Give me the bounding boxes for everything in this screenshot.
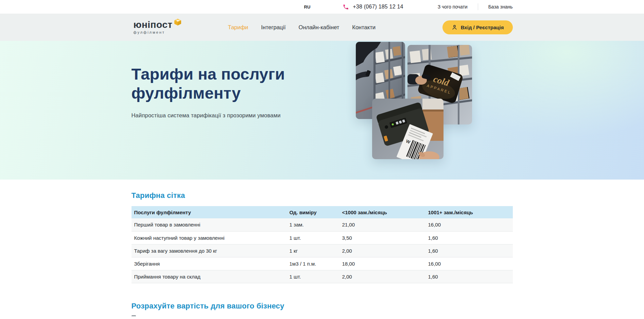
cell-unit: 1 зам. bbox=[287, 218, 340, 231]
column-header-over-1001: 1001+ зам./місяць bbox=[425, 206, 513, 218]
cell-service: Тариф за вагу замовлення до 30 кг bbox=[132, 244, 287, 257]
login-register-label: Вхід / Реєстрація bbox=[461, 24, 504, 30]
cell-unit: 1м3 / 1 п.м. bbox=[287, 257, 340, 270]
cell-service: Приймання товару на склад bbox=[132, 270, 287, 283]
cell-unit: 1 шт. bbox=[287, 231, 340, 244]
logo[interactable]: юніпост фулфілмент bbox=[132, 20, 182, 34]
phone-icon bbox=[343, 4, 349, 10]
phone-group: +38 (067) 185 12 14 bbox=[343, 4, 403, 10]
cell-over-1001: 16,00 bbox=[425, 257, 513, 270]
login-register-button[interactable]: Вхід / Реєстрація bbox=[442, 20, 513, 34]
logo-tagline: фулфілмент bbox=[134, 30, 182, 34]
logo-cube-icon bbox=[174, 18, 182, 26]
column-header-unit: Од. виміру bbox=[287, 206, 340, 218]
nav-item-online-cabinet[interactable]: Онлайн-кабінет bbox=[299, 24, 340, 31]
pricing-table: Послуги фулфілменту Од. виміру <1000 зам… bbox=[132, 206, 513, 283]
cell-unit: 1 шт. bbox=[287, 270, 340, 283]
table-row: Приймання товару на склад 1 шт. 2,00 1,6… bbox=[132, 270, 513, 283]
calculator-heading: Розрахуйте вартість для вашого бізнесу bbox=[132, 302, 513, 310]
main-nav: Тарифи Інтеграції Онлайн-кабінет Контакт… bbox=[228, 24, 376, 31]
table-row: Перший товар в замовленні 1 зам. 21,00 1… bbox=[132, 218, 513, 231]
hero-photo-label-printer: W bbox=[372, 99, 443, 159]
nav-item-integrations[interactable]: Інтеграції bbox=[261, 24, 285, 31]
user-icon bbox=[451, 24, 458, 31]
cell-under-1000: 3,50 bbox=[340, 231, 425, 244]
cell-under-1000: 2,00 bbox=[340, 244, 425, 257]
cell-over-1001: 1,60 bbox=[425, 231, 513, 244]
topbar: RU +38 (067) 185 12 14 З чого почати Баз… bbox=[0, 0, 644, 14]
topbar-divider bbox=[478, 3, 478, 10]
cell-over-1001: 1,60 bbox=[425, 244, 513, 257]
cell-service: Кожний наступний товар у замовленні bbox=[132, 231, 287, 244]
link-knowledge-base[interactable]: База знань bbox=[488, 4, 513, 10]
hero-section: Тарифи на послуги фулфілменту Найпростіш… bbox=[0, 41, 644, 180]
cell-over-1001: 16,00 bbox=[425, 218, 513, 231]
pricing-section: Тарифна сітка Послуги фулфілменту Од. ви… bbox=[0, 180, 644, 316]
cell-under-1000: 2,00 bbox=[340, 270, 425, 283]
cell-service: Перший товар в замовленні bbox=[132, 218, 287, 231]
topbar-links: З чого почати База знань bbox=[438, 3, 513, 10]
column-header-service: Послуги фулфілменту bbox=[132, 206, 287, 218]
cell-under-1000: 21,00 bbox=[340, 218, 425, 231]
next-section-edge bbox=[132, 315, 136, 316]
nav-item-contacts[interactable]: Контакти bbox=[352, 24, 376, 31]
table-row: Зберігання 1м3 / 1 п.м. 18,00 16,00 bbox=[132, 257, 513, 270]
language-switcher[interactable]: RU bbox=[304, 4, 311, 10]
table-row: Кожний наступний товар у замовленні 1 шт… bbox=[132, 231, 513, 244]
table-row: Тариф за вагу замовлення до 30 кг 1 кг 2… bbox=[132, 244, 513, 257]
site-header: юніпост фулфілмент Тарифи Інтеграції Онл… bbox=[0, 14, 644, 41]
page-title: Тарифи на послуги фулфілменту bbox=[132, 41, 308, 103]
cell-over-1001: 1,60 bbox=[425, 270, 513, 283]
link-how-to-start[interactable]: З чого почати bbox=[438, 4, 468, 10]
table-header-row: Послуги фулфілменту Од. виміру <1000 зам… bbox=[132, 206, 513, 218]
cell-unit: 1 кг bbox=[287, 244, 340, 257]
pricing-heading: Тарифна сітка bbox=[132, 191, 513, 200]
column-header-under-1000: <1000 зам./місяць bbox=[340, 206, 425, 218]
cell-service: Зберігання bbox=[132, 257, 287, 270]
cell-under-1000: 18,00 bbox=[340, 257, 425, 270]
phone-number-link[interactable]: +38 (067) 185 12 14 bbox=[353, 4, 403, 10]
nav-item-tariffs[interactable]: Тарифи bbox=[228, 24, 248, 31]
logo-name: юніпост bbox=[134, 20, 173, 30]
